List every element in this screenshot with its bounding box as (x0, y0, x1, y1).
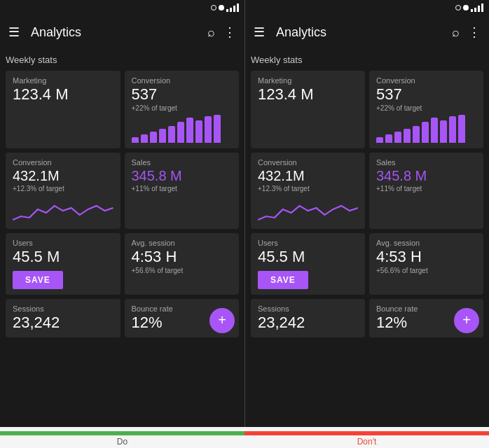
marketing-label-do: Marketing (13, 76, 113, 85)
wifi-icon (219, 5, 224, 10)
battery-icon (211, 5, 216, 10)
bar (177, 122, 184, 143)
status-bar-do (0, 0, 245, 15)
conversion-big-value-do: 432.1M (13, 168, 113, 183)
dont-panel: ☰ Analytics ⌕ ⋮ Weekly stats Marketing 1… (245, 0, 489, 427)
bar (458, 115, 465, 143)
marketing-value-do: 123.4 M (13, 86, 113, 103)
marketing-card-do: Marketing 123.4 M (6, 71, 120, 148)
dont-indicator (245, 431, 489, 435)
dont-label-container: Don't (245, 427, 489, 448)
avg-session-card-do: Avg. session 4:53 H +56.6% of target (125, 233, 240, 295)
row3-do: Users 45.5 M SAVE Avg. session 4:53 H +5… (6, 233, 239, 295)
line-chart-dont (258, 195, 358, 223)
battery-icon-dont (455, 5, 461, 10)
users-card-do: Users 45.5 M SAVE (6, 233, 120, 295)
bar (422, 122, 429, 143)
conversion-big-sub-do: +12.3% of target (13, 185, 113, 192)
fab-do[interactable]: + (209, 308, 235, 333)
users-label-do: Users (13, 239, 113, 247)
sales-label-dont: Sales (376, 158, 476, 167)
avg-session-label-dont: Avg. session (376, 239, 476, 247)
menu-icon-do[interactable]: ☰ (8, 24, 20, 40)
bar (159, 129, 166, 143)
sales-card-do: Sales 345.8 M +11% of target (125, 153, 240, 229)
users-value-do: 45.5 M (13, 248, 113, 265)
bar (449, 116, 456, 143)
sessions-value-do: 23,242 (13, 314, 113, 331)
menu-icon-dont[interactable]: ☰ (254, 24, 265, 40)
bar (141, 134, 148, 143)
sales-label-do: Sales (132, 158, 233, 167)
row4-dont: Sessions 23,242 Bounce rate 12% + (251, 299, 483, 337)
top-bar-dont: ☰ Analytics ⌕ ⋮ (245, 15, 489, 49)
avg-session-sub-do: +56.6% of target (132, 267, 233, 274)
weekly-stats-label-dont: Weekly stats (251, 55, 483, 65)
avg-session-value-do: 4:53 H (132, 248, 233, 265)
bar (205, 116, 212, 143)
sales-value-dont: 345.8 M (376, 168, 476, 183)
content-dont: Weekly stats Marketing 123.4 M Conversio… (245, 49, 489, 427)
conversion-big-label-do: Conversion (13, 158, 113, 167)
search-icon-do[interactable]: ⌕ (207, 25, 215, 40)
conversion-top-sub-dont: +22% of target (376, 104, 476, 112)
avg-session-label-do: Avg. session (132, 239, 233, 247)
marketing-label-dont: Marketing (258, 76, 358, 85)
more-icon-dont[interactable]: ⋮ (468, 24, 481, 40)
bar (132, 137, 139, 143)
wifi-icon-dont (463, 5, 469, 10)
avg-session-card-dont: Avg. session 4:53 H +56.6% of target (369, 233, 483, 295)
status-bar-dont (245, 0, 489, 15)
bar (186, 118, 193, 143)
bar (195, 120, 202, 143)
top-bar-do: ☰ Analytics ⌕ ⋮ (0, 15, 245, 49)
bar (385, 134, 392, 143)
avg-session-sub-dont: +56.6% of target (376, 267, 476, 274)
sales-value-do: 345.8 M (132, 168, 233, 183)
panels-container: ☰ Analytics ⌕ ⋮ Weekly stats Marketing 1… (0, 0, 489, 427)
row3-dont: Users 45.5 M SAVE Avg. session 4:53 H +5… (251, 233, 483, 295)
save-button-do[interactable]: SAVE (13, 271, 63, 289)
bar (431, 118, 438, 143)
sessions-label-dont: Sessions (258, 304, 358, 313)
conversion-big-sub-dont: +12.3% of target (258, 185, 358, 192)
conversion-big-card-do: Conversion 432.1M +12.3% of target (6, 153, 120, 229)
status-icons-dont (455, 4, 483, 12)
marketing-card-dont: Marketing 123.4 M (251, 71, 365, 148)
bar (404, 129, 411, 143)
fab-dont[interactable]: + (454, 308, 479, 333)
do-panel: ☰ Analytics ⌕ ⋮ Weekly stats Marketing 1… (0, 0, 245, 427)
save-button-dont[interactable]: SAVE (258, 271, 308, 289)
bounce-rate-card-do: Bounce rate 12% + (125, 299, 240, 337)
conversion-top-value-do: 537 (132, 86, 233, 103)
app-title-dont: Analytics (276, 25, 452, 40)
sales-sub-do: +11% of target (132, 185, 233, 192)
marketing-value-dont: 123.4 M (258, 86, 358, 103)
signal-icon (226, 4, 239, 12)
do-label: Do (117, 437, 128, 448)
sessions-card-dont: Sessions 23,242 (251, 299, 365, 337)
signal-icon-dont (471, 4, 483, 12)
do-label-container: Do (0, 427, 245, 448)
conversion-top-label-dont: Conversion (376, 76, 476, 85)
bar (440, 120, 447, 143)
top-bar-icons-do: ⌕ ⋮ (207, 24, 236, 40)
bar (168, 126, 175, 143)
row4-do: Sessions 23,242 Bounce rate 12% + (6, 299, 239, 337)
bar (413, 126, 420, 143)
more-icon-do[interactable]: ⋮ (223, 24, 236, 40)
bar-chart-do (132, 115, 233, 143)
app-title-do: Analytics (31, 25, 207, 40)
conversion-big-value-dont: 432.1M (258, 168, 358, 183)
bar (376, 137, 383, 143)
conversion-top-sub-do: +22% of target (132, 104, 233, 112)
dont-label: Don't (357, 437, 377, 448)
conversion-top-value-dont: 537 (376, 86, 476, 103)
search-icon-dont[interactable]: ⌕ (452, 25, 460, 40)
top-bar-icons-dont: ⌕ ⋮ (452, 24, 481, 40)
bounce-rate-card-dont: Bounce rate 12% + (369, 299, 483, 337)
conversion-top-label-do: Conversion (132, 76, 233, 85)
bottom-bar: Do Don't (0, 427, 489, 448)
conversion-top-card-do: Conversion 537 +22% of target (125, 71, 240, 148)
status-icons-do (211, 4, 239, 12)
